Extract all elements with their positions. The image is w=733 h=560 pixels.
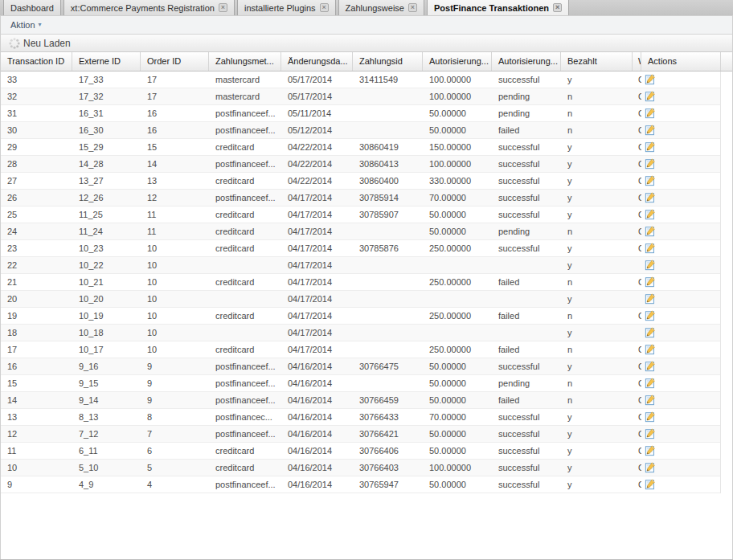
edit-icon[interactable] [645,344,656,355]
edit-icon[interactable] [645,226,656,237]
table-row[interactable]: 2511_2511creditcard04/17/20143078590750.… [1,206,720,223]
cell-aenderungsdatum: 05/17/2014 [281,88,353,104]
edit-icon[interactable] [645,361,656,372]
edit-icon[interactable] [645,327,656,338]
tab-postfinance-transaktionen[interactable]: PostFinance Transaktionen × [427,0,569,15]
table-row[interactable]: 116_116creditcard04/16/20143076640650.00… [1,443,720,460]
cell-order_id: 7 [141,426,209,442]
edit-icon[interactable] [645,411,656,423]
cell-externe_id: 5_10 [72,460,141,476]
edit-icon[interactable] [645,74,656,85]
edit-icon[interactable] [645,175,656,186]
cell-externe_id: 7_12 [72,426,141,442]
table-row[interactable]: 2411_2411creditcard04/17/201450.00000pen… [1,223,720,240]
edit-icon[interactable] [645,428,656,439]
cell-autorisierungsstatus: successful [492,460,561,476]
column-header-zahlungsid[interactable]: Zahlungsid [353,52,423,71]
cell-waehrung: CHF [633,240,641,256]
column-header-order_id[interactable]: Order ID [141,52,209,71]
cell-order_id: 13 [141,173,209,189]
edit-icon[interactable] [645,394,656,406]
tab-label: Dashboard [10,3,54,13]
table-row[interactable]: 1810_181004/17/2014y [1,325,720,341]
edit-icon[interactable] [645,125,656,136]
column-header-zahlungsmethode[interactable]: Zahlungsmet... [209,52,281,71]
table-row[interactable]: 138_138postfinancec...04/16/201430766433… [1,409,720,426]
edit-icon[interactable] [645,445,656,456]
cell-actions [641,443,721,459]
table-row[interactable]: 94_94postfinanceef...04/16/2014307659475… [1,476,720,493]
cell-autorisierungsstatus: failed [492,274,561,290]
edit-icon[interactable] [645,479,656,490]
table-row[interactable]: 1710_1710creditcard04/17/2014250.00000fa… [1,341,720,358]
cell-zahlungsmethode: creditcard [209,206,281,223]
cell-actions [641,122,721,138]
edit-icon[interactable] [645,91,656,102]
column-header-autorisierungsbetrag[interactable]: Autorisierung... [423,52,492,71]
cell-bezahlt: y [561,240,633,256]
edit-icon[interactable] [645,192,656,203]
edit-icon[interactable] [645,293,656,305]
close-icon[interactable]: × [219,3,227,12]
table-row[interactable]: 127_127postfinanceef...04/16/20143076642… [1,426,720,443]
edit-icon[interactable] [645,209,656,220]
column-header-autorisierungsstatus[interactable]: Autorisierung... [492,52,561,71]
cell-actions [641,240,721,256]
table-row[interactable]: 2713_2713creditcard04/22/201430860400330… [1,173,720,190]
edit-icon[interactable] [645,243,656,254]
table-row[interactable]: 2210_221004/17/2014y [1,257,720,274]
aktion-menu-label: Aktion [10,20,35,30]
edit-icon[interactable] [645,260,656,271]
tab-dashboard[interactable]: Dashboard [3,0,61,15]
reload-button[interactable]: Neu Laden [6,37,74,50]
table-row[interactable]: 1910_1910creditcard04/17/2014250.00000fa… [1,308,720,325]
close-icon[interactable]: × [408,3,417,12]
edit-icon[interactable] [645,141,656,153]
column-header-transaction_id[interactable]: Transaction ID [1,52,72,71]
cell-order_id: 10 [141,274,209,290]
cell-zahlungsid: 30766459 [353,392,423,408]
edit-icon[interactable] [645,276,656,288]
table-row[interactable]: 2110_2110creditcard04/17/2014250.00000fa… [1,274,720,291]
table-row[interactable]: 3016_3016postfinanceef...05/12/201450.00… [1,122,720,139]
table-row[interactable]: 2010_201004/17/2014y [1,291,720,308]
cell-actions [641,291,721,307]
aktion-menu-button[interactable]: Aktion ▾ [7,18,45,31]
table-row[interactable]: 3116_3116postfinanceef...05/11/201450.00… [1,105,720,122]
column-header-bezahlt[interactable]: Bezahlt [561,52,633,71]
cell-zahlungsmethode: postfinanceef... [209,375,281,391]
table-row[interactable]: 2915_2915creditcard04/22/201430860419150… [1,139,720,156]
cell-externe_id: 8_13 [72,409,141,425]
table-row[interactable]: 2612_2612postfinanceef...04/17/201430785… [1,190,720,206]
tab-installierte-plugins[interactable]: installierte Plugins × [237,0,336,15]
table-row[interactable]: 149_149postfinanceef...04/16/20143076645… [1,392,720,409]
column-header-waehrung[interactable]: W [633,52,641,71]
tab-xtcommerce-payments-registration[interactable]: xt:Commerce Payments Registration × [63,0,235,15]
cell-zahlungsmethode: creditcard [209,274,281,290]
table-row[interactable]: 169_169postfinanceef...04/16/20143076647… [1,358,720,375]
cell-actions [641,105,721,121]
cell-order_id: 10 [141,308,209,324]
table-row[interactable]: 2310_2310creditcard04/17/201430785876250… [1,240,720,257]
cell-aenderungsdatum: 05/17/2014 [281,72,353,88]
cell-transaction_id: 30 [1,122,72,138]
edit-icon[interactable] [645,108,656,119]
table-row[interactable]: 105_105creditcard04/16/201430766403100.0… [1,460,720,476]
edit-icon[interactable] [645,378,656,389]
table-row[interactable]: 2814_2814postfinanceef...04/22/201430860… [1,156,720,173]
column-header-actions[interactable]: Actions [641,52,721,71]
edit-icon[interactable] [645,462,656,473]
cell-externe_id: 10_20 [72,291,141,307]
column-header-aenderungsdatum[interactable]: Änderungsda... [281,52,353,71]
table-row[interactable]: 3217_3217mastercard05/17/2014100.00000pe… [1,88,720,105]
tab-zahlungsweise[interactable]: Zahlungsweise × [338,0,424,15]
column-header-externe_id[interactable]: Externe ID [72,52,141,71]
close-icon[interactable]: × [320,3,329,12]
close-icon[interactable]: × [553,3,562,12]
cell-autorisierungsbetrag: 70.00000 [423,190,492,206]
table-row[interactable]: 159_159postfinanceef...04/16/201450.0000… [1,375,720,392]
edit-icon[interactable] [645,158,656,170]
cell-aenderungsdatum: 04/16/2014 [281,375,353,391]
edit-icon[interactable] [645,310,656,321]
table-row[interactable]: 3317_3317mastercard05/17/201431411549100… [1,72,720,88]
